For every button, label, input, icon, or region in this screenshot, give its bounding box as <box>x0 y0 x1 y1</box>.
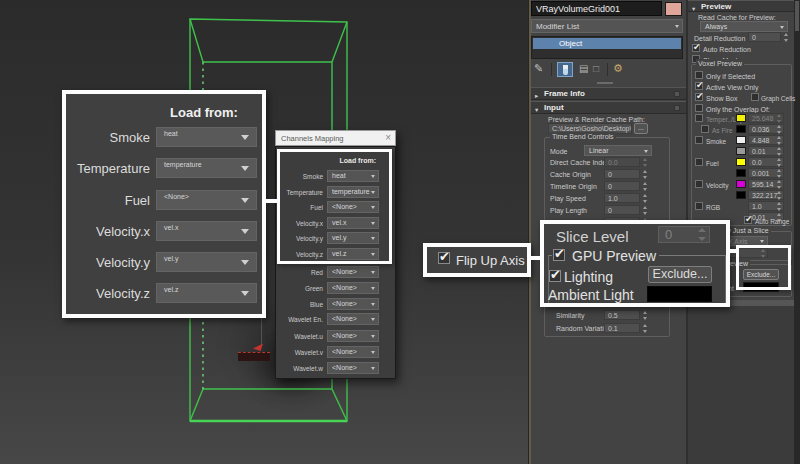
spinner[interactable] <box>776 136 782 145</box>
modifier-list-label: Modifier List <box>536 22 579 31</box>
mode-dropdown[interactable]: Linear <box>584 145 652 156</box>
spinner[interactable] <box>642 158 648 167</box>
chevron-down-icon <box>371 271 375 274</box>
random-variation-value[interactable]: 0.1 <box>604 323 640 333</box>
temper-liq-checkbox[interactable] <box>695 114 703 122</box>
pin-stack-icon[interactable]: ✎ <box>534 62 543 75</box>
make-unique-icon[interactable]: ▤ <box>579 63 588 74</box>
dialog-row-dropdown[interactable]: <None> <box>327 346 379 358</box>
only-if-selected-checkbox[interactable] <box>695 71 703 79</box>
scrollbar-thumb[interactable] <box>795 1 799 31</box>
spinner[interactable] <box>642 324 648 333</box>
auto-range-label: Auto Range <box>755 217 789 226</box>
detail-reduction-value[interactable]: 0 <box>748 32 781 42</box>
spinner[interactable] <box>776 180 782 189</box>
mag-ambient-light-label: Ambient Light <box>548 287 634 303</box>
spinner[interactable] <box>776 125 782 134</box>
auto-reduction-checkbox[interactable] <box>692 44 700 52</box>
spinner[interactable] <box>776 169 782 178</box>
spinner[interactable] <box>642 182 648 191</box>
close-icon[interactable]: × <box>385 132 391 143</box>
callout-row-value: heat <box>164 130 178 137</box>
chevron-down-icon <box>371 318 375 321</box>
similarity-value[interactable]: 0.5 <box>604 310 640 320</box>
graph-cells-checkbox[interactable] <box>751 93 759 101</box>
rollout-pin-box <box>674 105 680 111</box>
smoke-checkbox[interactable] <box>695 136 703 144</box>
tb-row-value[interactable]: 1.0 <box>604 193 640 203</box>
configure-modifier-sets-icon[interactable]: ⚙ <box>613 62 623 75</box>
show-box-checkbox[interactable] <box>695 93 703 101</box>
panel-scrollbar[interactable] <box>794 0 800 464</box>
spinner[interactable] <box>776 158 782 167</box>
tb-row-value[interactable]: 0 <box>604 205 640 215</box>
modifier-stack-list[interactable]: Object <box>531 36 683 59</box>
rgb-checkbox[interactable] <box>695 202 703 210</box>
callout-connector <box>529 256 541 260</box>
fuel-color-swatch[interactable] <box>736 158 746 166</box>
velocity-min-color-swatch[interactable] <box>736 191 746 199</box>
spinner[interactable] <box>783 33 789 42</box>
fuel-min-color-swatch[interactable] <box>736 169 746 177</box>
dialog-row-value: <None> <box>332 284 357 291</box>
modifier-list-dropdown[interactable]: Modifier List <box>531 19 683 33</box>
browse-button[interactable]: ... <box>634 123 648 134</box>
spinner[interactable] <box>776 114 782 123</box>
callout-row-label: Smoke <box>68 130 150 145</box>
callout-row-value: vel.z <box>164 286 178 293</box>
smoke-color-swatch[interactable] <box>736 136 746 144</box>
callout-row-dropdown: vel.y <box>156 252 257 272</box>
velocity-label: Velocity <box>706 181 728 190</box>
remove-modifier-icon[interactable]: □ <box>593 63 599 74</box>
spinner[interactable] <box>642 206 648 215</box>
chevron-down-icon <box>644 150 648 153</box>
fuel-checkbox[interactable] <box>695 158 703 166</box>
spinner[interactable] <box>776 147 782 156</box>
smoke-min-color-swatch[interactable] <box>736 147 746 155</box>
spinner[interactable] <box>642 194 648 203</box>
velocity-color-swatch[interactable] <box>736 180 746 188</box>
tb-row-value[interactable]: 0 <box>604 181 640 191</box>
spinner[interactable] <box>776 202 782 211</box>
only-overlap-checkbox[interactable] <box>695 104 703 112</box>
active-view-only-checkbox[interactable] <box>695 82 703 90</box>
auto-reduction-label: Auto Reduction <box>703 45 751 54</box>
object-color-swatch[interactable] <box>665 2 682 16</box>
mag-exclude-button: Exclude... <box>648 266 712 283</box>
dialog-row-dropdown[interactable]: <None> <box>327 313 379 325</box>
spinner[interactable] <box>776 191 782 200</box>
chevron-down-icon <box>760 240 764 243</box>
dialog-row-dropdown[interactable]: <None> <box>327 298 379 310</box>
dialog-row-dropdown[interactable]: <None> <box>327 330 379 342</box>
dialog-titlebar[interactable]: Channels Mapping × <box>275 130 396 146</box>
tb-row-value[interactable]: 0 <box>604 169 640 179</box>
as-fire-checkbox[interactable] <box>701 125 709 133</box>
as-fire-color-swatch[interactable] <box>736 125 746 133</box>
mag-gpu-preview-checkbox <box>553 249 565 261</box>
rollout-preview[interactable]: ▾ Preview <box>688 0 794 12</box>
tb-row-label: Play Speed <box>550 194 586 203</box>
dialog-row-value: <None> <box>332 348 357 355</box>
rollout-frame-info[interactable]: ▸ Frame Info <box>531 87 686 100</box>
dialog-row-dropdown[interactable]: <None> <box>327 282 379 294</box>
rollout-input[interactable]: ▾ Input <box>531 101 686 114</box>
spinner[interactable] <box>642 311 648 320</box>
mag-ambient-light-swatch <box>647 286 712 302</box>
callout-load-from-header: Load from: <box>154 108 254 117</box>
spinner[interactable] <box>642 170 648 179</box>
callout-row-label: Velocity.y <box>68 255 150 270</box>
tb-row-label: Direct Cache Index <box>550 158 610 167</box>
dialog-row-dropdown[interactable]: <None> <box>327 362 379 374</box>
temper-liq-color-swatch[interactable] <box>736 114 746 122</box>
object-name-field[interactable] <box>531 1 662 16</box>
tb-row-value[interactable]: 0.0 <box>604 157 640 167</box>
velocity-checkbox[interactable] <box>695 180 703 188</box>
panel-resize-grip[interactable] <box>597 82 613 84</box>
emitter-gizmo[interactable] <box>238 352 270 361</box>
dialog-row-dropdown[interactable]: <None> <box>327 266 379 278</box>
toolbar-separator <box>607 63 608 76</box>
auto-range-checkbox[interactable] <box>744 216 752 224</box>
show-end-result-button[interactable] <box>557 62 573 77</box>
read-cache-dropdown[interactable]: Always <box>700 21 788 32</box>
stack-item-object[interactable]: Object <box>533 38 681 49</box>
